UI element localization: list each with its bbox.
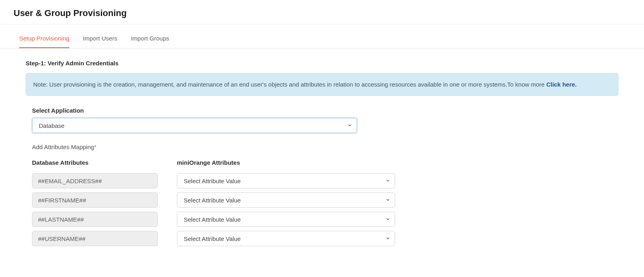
note-link[interactable]: Click here. — [546, 81, 577, 88]
select-application-label: Select Application — [32, 107, 618, 114]
page-title: User & Group Provisioning — [0, 0, 644, 24]
tab-import-users[interactable]: Import Users — [83, 28, 117, 48]
mo-attr-select[interactable]: Select Attribute Value — [177, 173, 395, 188]
mo-attr-select[interactable]: Select Attribute Value — [177, 231, 395, 246]
db-attr-row: ##FIRSTNAME## — [32, 192, 158, 208]
mo-attr-select[interactable]: Select Attribute Value — [177, 212, 395, 227]
content-area: Step-1: Verify Admin Credentials Note: U… — [0, 49, 644, 266]
tab-setup-provisioning[interactable]: Setup Provisioning — [19, 28, 69, 48]
note-box: Note: User provisioning is the creation,… — [26, 73, 618, 96]
miniorange-attributes-column: miniOrange Attributes Select Attribute V… — [177, 159, 395, 250]
miniorange-attributes-header: miniOrange Attributes — [177, 159, 395, 166]
mapping-columns: Database Attributes ##EMAIL_ADDRESS## ##… — [32, 159, 618, 250]
note-text: Note: User provisioning is the creation,… — [33, 81, 546, 88]
select-application-group: Select Application Database — [32, 107, 618, 133]
required-mark: * — [94, 144, 96, 150]
db-attr-row: ##EMAIL_ADDRESS## — [32, 173, 158, 188]
database-attributes-column: Database Attributes ##EMAIL_ADDRESS## ##… — [32, 159, 158, 250]
database-attributes-header: Database Attributes — [32, 159, 158, 166]
mapping-heading: Add Attributes Mapping* — [32, 144, 618, 150]
select-application-dropdown[interactable]: Database — [32, 118, 357, 133]
tab-import-groups[interactable]: Import Groups — [131, 28, 169, 48]
mo-attr-select[interactable]: Select Attribute Value — [177, 192, 395, 208]
step-heading: Step-1: Verify Admin Credentials — [26, 60, 618, 67]
db-attr-row: ##USERNAME## — [32, 231, 158, 246]
db-attr-row: ##LASTNAME## — [32, 212, 158, 227]
tabs: Setup Provisioning Import Users Import G… — [0, 28, 644, 49]
